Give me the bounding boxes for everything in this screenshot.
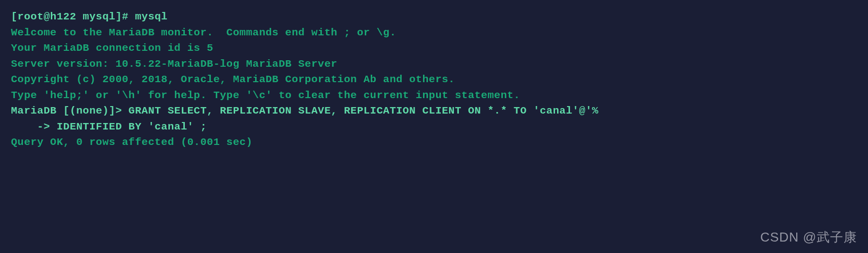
- server-version-line: Server version: 10.5.22-MariaDB-log Mari…: [11, 56, 857, 72]
- help-hint-line: Type 'help;' or '\h' for help. Type '\c'…: [11, 88, 857, 104]
- shell-prompt-line: [root@h122 mysql]# mysql: [11, 9, 857, 25]
- copyright-line: Copyright (c) 2000, 2018, Oracle, MariaD…: [11, 72, 857, 88]
- mariadb-prompt-line: MariaDB [(none)]> GRANT SELECT, REPLICAT…: [11, 103, 857, 119]
- watermark-text: CSDN @武子康: [760, 228, 857, 247]
- query-result-line: Query OK, 0 rows affected (0.001 sec): [11, 134, 857, 150]
- welcome-message: Welcome to the MariaDB monitor. Commands…: [11, 25, 857, 41]
- connection-id-line: Your MariaDB connection id is 5: [11, 40, 857, 56]
- terminal-output: [root@h122 mysql]# mysql Welcome to the …: [11, 9, 857, 150]
- sql-continuation-line: -> IDENTIFIED BY 'canal' ;: [11, 119, 857, 135]
